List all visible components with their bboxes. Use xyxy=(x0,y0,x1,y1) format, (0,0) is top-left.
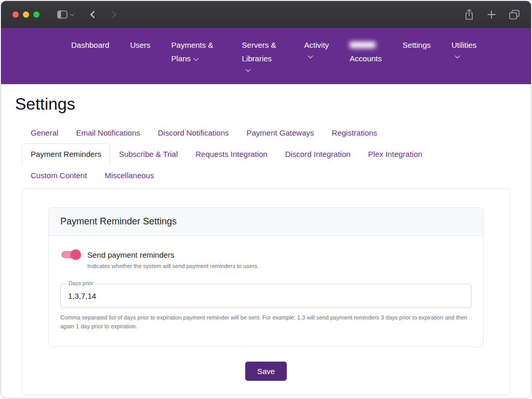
minimize-window-button[interactable] xyxy=(23,11,29,18)
new-tab-icon[interactable] xyxy=(487,10,496,19)
nav-dashboard-label: Dashboard xyxy=(71,41,109,49)
toggle-thumb xyxy=(71,249,81,260)
tab-requests-integration[interactable]: Requests Integration xyxy=(187,143,276,165)
card-header: Payment Reminder Settings xyxy=(49,208,483,236)
chevron-down-icon xyxy=(308,54,313,59)
tab-payment-gateways[interactable]: Payment Gateways xyxy=(237,122,323,143)
nav-utilities-label: Utilities xyxy=(451,41,476,49)
back-icon[interactable] xyxy=(90,11,98,18)
close-window-button[interactable] xyxy=(12,11,19,18)
nav-users-label: Users xyxy=(130,41,150,49)
forward-icon[interactable] xyxy=(109,11,116,18)
days-prior-field-wrap: Days prior xyxy=(60,284,472,308)
nav-accounts-label: Accounts xyxy=(350,54,382,63)
toggle-label: Send payment reminders xyxy=(87,250,175,259)
tab-general[interactable]: General xyxy=(22,122,67,143)
nav-servers-libraries-label: Servers & Libraries xyxy=(242,41,276,63)
toggle-hint: Indicates whether the system will send p… xyxy=(87,263,472,269)
days-prior-label: Days prior xyxy=(66,280,96,286)
tab-custom-content[interactable]: Custom Content xyxy=(22,165,96,186)
sidebar-dropdown-icon[interactable] xyxy=(70,11,74,16)
days-prior-hint: Comma separated list of days prior to ex… xyxy=(60,313,471,331)
tab-registrations[interactable]: Registrations xyxy=(323,122,387,143)
blurred-text xyxy=(350,42,376,48)
nav-plex-accounts[interactable]: Accounts xyxy=(350,38,382,65)
nav-activity[interactable]: Activity xyxy=(304,38,329,58)
tab-overview-icon[interactable] xyxy=(509,10,520,20)
tab-plex-integration[interactable]: Plex Integration xyxy=(360,143,431,165)
traffic-lights xyxy=(12,11,39,18)
tab-discord-integration[interactable]: Discord Integration xyxy=(276,143,360,165)
tab-discord-notifications[interactable]: Discord Notifications xyxy=(149,122,238,143)
zoom-window-button[interactable] xyxy=(33,11,39,18)
share-icon[interactable] xyxy=(464,9,474,20)
sidebar-toggle-icon[interactable] xyxy=(57,10,68,19)
nav-servers-libraries[interactable]: Servers & Libraries xyxy=(242,38,284,71)
nav-activity-label: Activity xyxy=(304,41,329,49)
tab-subscribe-trial[interactable]: Subscribe & Trial xyxy=(110,143,187,165)
tab-miscellaneous[interactable]: Miscellaneous xyxy=(96,165,163,186)
nav-dashboard[interactable]: Dashboard xyxy=(71,38,109,52)
nav-settings[interactable]: Settings xyxy=(403,38,431,52)
settings-page: Settings General Email Notifications Dis… xyxy=(1,95,531,395)
days-prior-input[interactable] xyxy=(60,284,472,308)
payment-reminders-panel: Payment Reminder Settings Send payment r… xyxy=(22,188,510,395)
chevron-down-icon xyxy=(245,67,250,72)
settings-tabs: General Email Notifications Discord Noti… xyxy=(22,122,512,186)
page-title: Settings xyxy=(15,95,531,114)
send-reminders-toggle[interactable] xyxy=(60,249,81,260)
tab-email-notifications[interactable]: Email Notifications xyxy=(67,122,149,143)
save-button[interactable]: Save xyxy=(245,362,287,381)
nav-payments-plans[interactable]: Payments & Plans xyxy=(171,38,221,65)
chevron-down-icon xyxy=(455,54,460,59)
chevron-down-icon xyxy=(194,56,199,61)
nav-utilities[interactable]: Utilities xyxy=(451,38,476,58)
payment-reminder-settings-card: Payment Reminder Settings Send payment r… xyxy=(48,207,484,347)
tab-payment-reminders[interactable]: Payment Reminders xyxy=(22,143,110,165)
browser-window: Dashboard Users Payments & Plans Servers… xyxy=(1,1,531,398)
nav-users[interactable]: Users xyxy=(130,38,150,52)
nav-payments-plans-label: Payments & Plans xyxy=(171,41,214,63)
main-navbar: Dashboard Users Payments & Plans Servers… xyxy=(1,28,531,84)
nav-settings-label: Settings xyxy=(403,41,431,49)
browser-toolbar xyxy=(1,1,531,28)
